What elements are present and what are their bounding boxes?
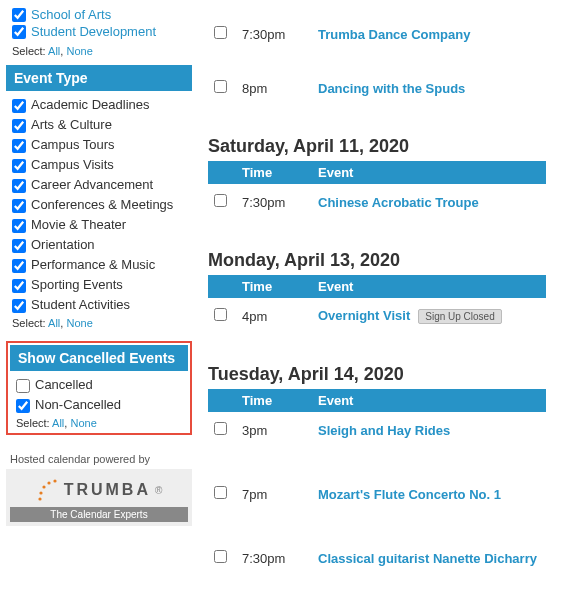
powered-by-text: Hosted calendar powered by bbox=[6, 453, 192, 465]
trumba-tagline: The Calendar Experts bbox=[10, 507, 188, 522]
col-time-header: Time bbox=[236, 389, 312, 412]
category-link[interactable]: School of Arts bbox=[31, 7, 111, 22]
event-checkbox[interactable] bbox=[214, 308, 227, 321]
event-type-checkbox[interactable] bbox=[12, 119, 26, 133]
event-time: 7:30pm bbox=[236, 23, 312, 46]
event-link[interactable]: Classical guitarist Nanette Dicharry bbox=[318, 551, 537, 566]
category-item: School of Arts bbox=[12, 6, 192, 23]
event-time: 7:30pm bbox=[236, 191, 312, 214]
event-time: 3pm bbox=[236, 419, 312, 442]
category-link[interactable]: Student Development bbox=[31, 24, 156, 39]
event-type-checkbox[interactable] bbox=[12, 219, 26, 233]
trumba-arc-icon bbox=[36, 477, 58, 503]
event-link[interactable]: Chinese Acrobatic Troupe bbox=[318, 195, 479, 210]
col-event-header: Event bbox=[312, 275, 546, 298]
sidebar: School of Arts Student Development Selec… bbox=[6, 6, 192, 609]
event-time: 7pm bbox=[236, 483, 312, 506]
category-links: School of Arts Student Development bbox=[6, 6, 192, 43]
event-type-checkbox[interactable] bbox=[12, 239, 26, 253]
day-heading: Monday, April 13, 2020 bbox=[208, 250, 546, 271]
select-line: Select: All, None bbox=[10, 415, 188, 431]
event-type-checkbox[interactable] bbox=[12, 199, 26, 213]
event-type-label: Conferences & Meetings bbox=[31, 197, 173, 212]
day-heading: Saturday, April 11, 2020 bbox=[208, 136, 546, 157]
event-checkbox[interactable] bbox=[214, 194, 227, 207]
event-type-item: Performance & Music bbox=[6, 255, 192, 275]
event-type-item: Conferences & Meetings bbox=[6, 195, 192, 215]
event-link[interactable]: Dancing with the Spuds bbox=[318, 81, 465, 96]
event-type-item: Sporting Events bbox=[6, 275, 192, 295]
event-type-label: Career Advancement bbox=[31, 177, 153, 192]
day-group: Tuesday, April 14, 2020TimeEvent3pmSleig… bbox=[208, 364, 546, 576]
event-time: 4pm bbox=[236, 305, 312, 328]
select-none-link[interactable]: None bbox=[66, 45, 92, 57]
table-header: TimeEvent bbox=[208, 275, 546, 298]
event-type-item: Academic Deadlines bbox=[6, 95, 192, 115]
event-row: 7:30pmChinese Acrobatic Troupe bbox=[208, 184, 546, 220]
event-type-label: Student Activities bbox=[31, 297, 130, 312]
day-heading: Tuesday, April 14, 2020 bbox=[208, 364, 546, 385]
non-cancelled-checkbox[interactable] bbox=[16, 399, 30, 413]
event-link[interactable]: Sleigh and Hay Rides bbox=[318, 423, 450, 438]
event-type-checkbox[interactable] bbox=[12, 159, 26, 173]
col-time-header: Time bbox=[236, 161, 312, 184]
svg-point-4 bbox=[53, 479, 56, 482]
select-all-link[interactable]: All bbox=[48, 45, 60, 57]
event-row: 8pmDancing with the Spuds bbox=[208, 70, 546, 106]
select-line: Select: All, None bbox=[6, 43, 192, 63]
event-checkbox[interactable] bbox=[214, 422, 227, 435]
day-group: 7:30pmTrumba Dance Company8pmDancing wit… bbox=[208, 16, 546, 106]
select-none-link[interactable]: None bbox=[66, 317, 92, 329]
event-type-checkbox[interactable] bbox=[12, 299, 26, 313]
event-type-checkbox[interactable] bbox=[12, 179, 26, 193]
col-event-header: Event bbox=[312, 389, 546, 412]
event-type-checkbox[interactable] bbox=[12, 279, 26, 293]
select-all-link[interactable]: All bbox=[52, 417, 64, 429]
event-link[interactable]: Overnight Visit bbox=[318, 308, 410, 323]
category-checkbox[interactable] bbox=[12, 25, 26, 39]
event-checkbox[interactable] bbox=[214, 80, 227, 93]
event-row: 4pmOvernight VisitSign Up Closed bbox=[208, 298, 546, 334]
cancelled-checkbox[interactable] bbox=[16, 379, 30, 393]
cancelled-option: Non-Cancelled bbox=[10, 395, 188, 415]
select-label: Select: bbox=[16, 417, 50, 429]
col-event-header: Event bbox=[312, 161, 546, 184]
event-type-label: Arts & Culture bbox=[31, 117, 112, 132]
event-link[interactable]: Trumba Dance Company bbox=[318, 27, 470, 42]
event-checkbox[interactable] bbox=[214, 486, 227, 499]
category-checkbox[interactable] bbox=[12, 8, 26, 22]
category-item: Student Development bbox=[12, 23, 192, 40]
event-type-checkbox[interactable] bbox=[12, 139, 26, 153]
event-link[interactable]: Mozart's Flute Concerto No. 1 bbox=[318, 487, 501, 502]
cancelled-events-box: Show Cancelled Events Cancelled Non-Canc… bbox=[6, 341, 192, 435]
registered-icon: ® bbox=[155, 485, 162, 496]
signup-badge: Sign Up Closed bbox=[418, 309, 501, 324]
col-time-header: Time bbox=[236, 275, 312, 298]
event-row: 7:30pmTrumba Dance Company bbox=[208, 16, 546, 52]
day-group: Monday, April 13, 2020TimeEvent4pmOverni… bbox=[208, 250, 546, 334]
event-type-item: Orientation bbox=[6, 235, 192, 255]
select-line: Select: All, None bbox=[6, 315, 192, 335]
event-type-item: Arts & Culture bbox=[6, 115, 192, 135]
event-time: 7:30pm bbox=[236, 547, 312, 570]
event-row: 7:30pmClassical guitarist Nanette Dichar… bbox=[208, 540, 546, 576]
event-type-label: Academic Deadlines bbox=[31, 97, 150, 112]
event-type-checkbox[interactable] bbox=[12, 259, 26, 273]
event-row: 7pmMozart's Flute Concerto No. 1 bbox=[208, 476, 546, 512]
table-header: TimeEvent bbox=[208, 161, 546, 184]
event-type-item: Campus Visits bbox=[6, 155, 192, 175]
event-type-label: Performance & Music bbox=[31, 257, 155, 272]
event-checkbox[interactable] bbox=[214, 550, 227, 563]
event-type-item: Career Advancement bbox=[6, 175, 192, 195]
svg-point-0 bbox=[38, 497, 41, 500]
event-type-label: Movie & Theater bbox=[31, 217, 126, 232]
trumba-name: TRUMBA bbox=[64, 481, 151, 499]
select-none-link[interactable]: None bbox=[70, 417, 96, 429]
cancelled-option: Cancelled bbox=[10, 375, 188, 395]
event-type-checkbox[interactable] bbox=[12, 99, 26, 113]
trumba-logo-box[interactable]: TRUMBA ® The Calendar Experts bbox=[6, 469, 192, 526]
select-all-link[interactable]: All bbox=[48, 317, 60, 329]
event-type-item: Campus Tours bbox=[6, 135, 192, 155]
svg-point-1 bbox=[39, 491, 42, 494]
event-checkbox[interactable] bbox=[214, 26, 227, 39]
